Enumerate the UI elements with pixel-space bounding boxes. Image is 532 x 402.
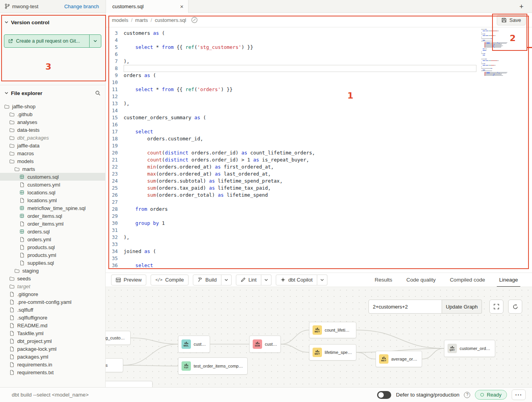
tab-results[interactable]: Results bbox=[375, 273, 392, 287]
file-tree-item-packages.yml[interactable]: packages.yml bbox=[0, 353, 105, 361]
lineage-node-customers[interactable]: SEMcustomers bbox=[249, 336, 281, 353]
code-line-6[interactable]: 6 bbox=[106, 51, 532, 58]
code-line-7[interactable]: 7), bbox=[106, 58, 532, 65]
code-line-16[interactable]: 16 bbox=[106, 121, 532, 128]
file-tree-item-seeds[interactable]: seeds bbox=[0, 275, 105, 282]
lineage-selector-input[interactable]: 2+customers+2 bbox=[368, 300, 442, 314]
code-line-15[interactable]: 15customer_orders_summary as ( bbox=[106, 114, 532, 121]
new-tab-button[interactable]: + bbox=[516, 2, 527, 12]
lint-dropdown-button[interactable] bbox=[261, 275, 271, 285]
code-line-8[interactable]: 8 bbox=[106, 65, 532, 72]
file-tree-item-products.yml[interactable]: products.yml bbox=[0, 251, 105, 259]
file-tree-item-package-lock.yml[interactable]: package-lock.yml bbox=[0, 345, 105, 353]
lineage-node-orders[interactable]: orders bbox=[106, 358, 123, 372]
file-tree-item-locations.sql[interactable]: locations.sql bbox=[0, 188, 105, 196]
code-line-34[interactable]: 34joined as ( bbox=[106, 248, 532, 255]
file-tree-item-.sqlfluffignore[interactable]: .sqlfluffignore bbox=[0, 314, 105, 321]
lineage-node-average_order_value[interactable]: METaverage_order_value bbox=[376, 351, 422, 367]
file-tree-item-.sqlfluff[interactable]: .sqlfluff bbox=[0, 306, 105, 314]
compile-button[interactable]: </> Compile bbox=[151, 275, 189, 285]
file-tree-item-requirements.in[interactable]: requirements.in bbox=[0, 361, 105, 368]
file-tree-item-requirements.txt[interactable]: requirements.txt bbox=[0, 368, 105, 376]
code-line-36[interactable]: 36 select bbox=[106, 262, 532, 269]
code-line-12[interactable]: 12 bbox=[106, 93, 532, 100]
file-tree-item-order_items.yml[interactable]: order_items.yml bbox=[0, 220, 105, 228]
code-line-28[interactable]: 28 from orders bbox=[106, 206, 532, 213]
create-pull-request-main[interactable]: Create a pull request on Git... bbox=[4, 35, 89, 47]
build-dropdown-button[interactable] bbox=[221, 275, 232, 285]
version-control-header[interactable]: Version control bbox=[0, 18, 105, 26]
breadcrumb-item[interactable]: marts bbox=[135, 17, 148, 23]
file-tree-item-marts[interactable]: marts bbox=[0, 165, 105, 173]
file-tree-item-products.sql[interactable]: products.sql bbox=[0, 243, 105, 251]
copy-path-icon[interactable] bbox=[191, 16, 198, 23]
search-icon[interactable] bbox=[95, 90, 101, 96]
code-line-33[interactable]: 33 bbox=[106, 241, 532, 248]
code-line-31[interactable]: 31 bbox=[106, 227, 532, 234]
file-tree-item-target[interactable]: target bbox=[0, 282, 105, 290]
tab-lineage[interactable]: Lineage bbox=[499, 273, 518, 287]
create-pull-request-button[interactable]: Create a pull request on Git... bbox=[4, 34, 101, 48]
code-line-25[interactable]: 25 sum(orders.tax_paid) as lifetime_tax_… bbox=[106, 185, 532, 192]
lint-button[interactable]: Lint bbox=[236, 275, 261, 285]
code-line-35[interactable]: 35 bbox=[106, 255, 532, 262]
file-tree-item-Taskfile.yml[interactable]: Taskfile.yml bbox=[0, 329, 105, 337]
code-line-19[interactable]: 19 bbox=[106, 142, 532, 149]
file-tree-item-locations.yml[interactable]: locations.yml bbox=[0, 196, 105, 204]
lineage-node-stg_customers[interactable]: stg_customers bbox=[106, 331, 131, 345]
change-branch-link[interactable]: Change branch bbox=[64, 4, 99, 9]
code-line-5[interactable]: 5 select * from {{ ref('stg_customers') … bbox=[106, 44, 532, 51]
editor-minimap[interactable] bbox=[481, 29, 514, 76]
file-tree-item-metricflow_time_spine.sql[interactable]: metricflow_time_spine.sql bbox=[0, 204, 105, 212]
tab-compiled-code[interactable]: Compiled code bbox=[450, 273, 485, 287]
code-editor[interactable]: 3customers as (45 select * from {{ ref('… bbox=[106, 27, 532, 273]
save-button[interactable]: Save bbox=[497, 15, 526, 25]
code-line-24[interactable]: 24 sum(orders.subtotal) as lifetime_spen… bbox=[106, 178, 532, 185]
file-tree-item-customers.yml[interactable]: customers.yml bbox=[0, 181, 105, 188]
file-tree-item-.github[interactable]: .github bbox=[0, 110, 105, 118]
code-line-22[interactable]: 22 min(orders.ordered_at) as first_order… bbox=[106, 163, 532, 170]
file-tree-item-dbt_project.yml[interactable]: dbt_project.yml bbox=[0, 337, 105, 345]
build-button[interactable]: Build bbox=[193, 275, 221, 285]
lineage-node-test_order_items_compute_to_bools...[interactable]: TSTtest_order_items_compute_to_bools... bbox=[178, 357, 248, 375]
tab-code-quality[interactable]: Code quality bbox=[406, 273, 436, 287]
code-line-4[interactable]: 4 bbox=[106, 37, 532, 44]
code-line-18[interactable]: 18 orders.customer_id, bbox=[106, 135, 532, 142]
file-tree-item-README.md[interactable]: README.md bbox=[0, 321, 105, 329]
current-branch[interactable]: mwong-test bbox=[5, 4, 38, 9]
pull-request-dropdown-button[interactable] bbox=[89, 35, 101, 47]
code-line-9[interactable]: 9orders as ( bbox=[106, 72, 532, 79]
code-line-32[interactable]: 32), bbox=[106, 234, 532, 241]
file-tree-item-orders.yml[interactable]: orders.yml bbox=[0, 235, 105, 243]
lineage-node-customer_order_metrics[interactable]: QRYcustomer_order_metrics bbox=[444, 340, 495, 357]
dbt-copilot-button[interactable]: dbt Copilot bbox=[276, 275, 317, 285]
file-tree-item-jaffle-data[interactable]: jaffle-data bbox=[0, 142, 105, 149]
file-tree-item-.gitignore[interactable]: .gitignore bbox=[0, 290, 105, 298]
code-line-11[interactable]: 11 select * from {{ ref('orders') }} bbox=[106, 86, 532, 93]
breadcrumb-item[interactable]: models bbox=[112, 17, 128, 23]
file-tree-item-macros[interactable]: macros bbox=[0, 149, 105, 157]
file-tree-item-orders.sql[interactable]: orders.sql bbox=[0, 228, 105, 235]
code-line-20[interactable]: 20 count(distinct orders.order_id) as co… bbox=[106, 149, 532, 156]
command-input[interactable]: dbt build --select <model_name> bbox=[12, 392, 89, 398]
code-line-10[interactable]: 10 bbox=[106, 79, 532, 86]
file-tree-item-models[interactable]: models bbox=[0, 157, 105, 165]
code-line-21[interactable]: 21 count(distinct orders.order_id) > 1 a… bbox=[106, 156, 532, 163]
code-line-27[interactable]: 27 bbox=[106, 199, 532, 206]
help-icon[interactable]: ? bbox=[464, 392, 470, 398]
file-tree-item-.pre-commit-config.yaml[interactable]: .pre-commit-config.yaml bbox=[0, 298, 105, 306]
code-line-23[interactable]: 23 max(orders.ordered_at) as last_ordere… bbox=[106, 170, 532, 178]
code-line-3[interactable]: 3customers as ( bbox=[106, 30, 532, 37]
preview-button[interactable]: Preview bbox=[111, 275, 146, 285]
code-line-30[interactable]: 30 group by 1 bbox=[106, 220, 532, 227]
copilot-dropdown-button[interactable] bbox=[317, 275, 327, 285]
update-graph-button[interactable]: Update Graph bbox=[442, 300, 482, 314]
file-explorer-header[interactable]: File explorer bbox=[0, 88, 105, 98]
code-line-14[interactable]: 14 bbox=[106, 107, 532, 114]
file-tree-item-analyses[interactable]: analyses bbox=[0, 118, 105, 126]
code-line-29[interactable]: 29 bbox=[106, 213, 532, 220]
fullscreen-button[interactable] bbox=[489, 300, 503, 314]
file-tree-item-data-tests[interactable]: data-tests bbox=[0, 126, 105, 134]
defer-toggle[interactable] bbox=[377, 391, 391, 399]
file-tree-item-supplies.sql[interactable]: supplies.sql bbox=[0, 259, 105, 267]
